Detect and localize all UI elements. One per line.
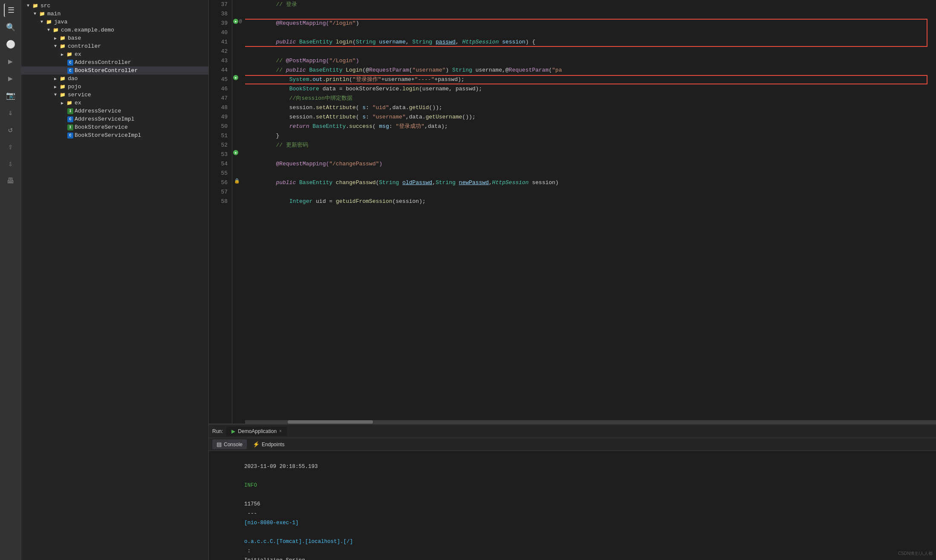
code-line-53 xyxy=(249,150,936,159)
app-tab-close[interactable]: × xyxy=(279,429,282,433)
tab-console-label: Console xyxy=(224,442,243,447)
expand-arrow-com: ▼ xyxy=(45,28,52,32)
code-line-50: return BaseEntity.success( msg: "登录成功",d… xyxy=(249,122,936,131)
folder-icon-controller: 📁 xyxy=(59,43,66,49)
tree-item-com[interactable]: ▼ 📁 com.example.demo xyxy=(21,26,208,34)
expand-arrow-service: ▼ xyxy=(52,92,59,97)
tree-label-java: java xyxy=(54,19,67,25)
tree-label-service-ex: ex xyxy=(75,100,81,106)
tree-label-bookstore-controller: BookStoreController xyxy=(75,67,138,74)
tree-label-base: base xyxy=(68,35,81,41)
tree-label-pojo: pojo xyxy=(68,84,81,90)
git-icon[interactable]: ⚪ xyxy=(4,38,17,51)
tree-item-controller[interactable]: ▼ 📁 controller xyxy=(21,42,208,50)
run-label: Run: xyxy=(212,428,223,434)
tree-label-main: main xyxy=(47,11,61,17)
folder-icon-ex: 📁 xyxy=(66,52,73,58)
code-line-55 xyxy=(249,169,936,178)
code-line-41: public BaseEntity login(String username,… xyxy=(249,38,936,47)
bookmark-down-icon[interactable]: ⇩ xyxy=(4,157,17,170)
code-line-49: session.setAttribute( s: "username",data… xyxy=(249,113,936,122)
tree-label-bookstore-service: BookStoreService xyxy=(75,124,128,130)
app-tab[interactable]: ▶ DemoApplication × xyxy=(226,427,287,436)
code-line-54: @RequestMapping("/changePasswd") xyxy=(249,159,936,169)
breakpoint-green-39: ● xyxy=(233,19,238,24)
tree-item-main[interactable]: ▼ 📁 main xyxy=(21,10,208,18)
code-line-37: // 登录 xyxy=(249,0,936,9)
history-icon[interactable]: ↺ xyxy=(4,123,17,136)
code-line-43: // @PostMapping("/Login") xyxy=(249,56,936,66)
bookmark-up-icon[interactable]: ⇧ xyxy=(4,140,17,153)
explorer-icon[interactable]: ☰ xyxy=(4,3,17,17)
tree-label-dao: dao xyxy=(68,75,78,82)
tree-item-java[interactable]: ▼ 📁 java xyxy=(21,18,208,26)
code-line-40 xyxy=(249,28,936,38)
scrollbar-thumb[interactable] xyxy=(288,420,373,424)
code-content[interactable]: // 登录 @RequestMapping("/login") public B… xyxy=(245,0,936,424)
code-line-39: @RequestMapping("/login") xyxy=(249,19,936,28)
horizontal-scrollbar[interactable] xyxy=(245,420,936,424)
search-icon[interactable]: 🔍 xyxy=(4,20,17,34)
code-line-56: public BaseEntity changePasswd(String ol… xyxy=(249,178,936,188)
folder-icon-service-ex: 📁 xyxy=(66,100,73,106)
tree-item-src[interactable]: ▼ 📁 src xyxy=(21,2,208,10)
code-line-38 xyxy=(249,9,936,19)
tab-endpoints-label: Endpoints xyxy=(262,442,284,447)
tree-item-address-controller[interactable]: C AddressController xyxy=(21,58,208,66)
tree-item-base[interactable]: ▶ 📁 base xyxy=(21,34,208,42)
code-line-51: } xyxy=(249,131,936,141)
tree-label-com: com.example.demo xyxy=(61,27,114,33)
bottom-panel: Run: ▶ DemoApplication × ▤ Console ⚡ End… xyxy=(209,424,936,560)
code-line-48: session.setAttribute( s: "uid",data.getU… xyxy=(249,103,936,113)
gutter: ● @ ● ● 🔒 xyxy=(232,0,245,424)
camera-icon[interactable]: 📷 xyxy=(4,89,17,102)
class-icon-bookstore-controller: C xyxy=(67,68,73,74)
tree-item-address-service-impl[interactable]: C AddressServiceImpl xyxy=(21,115,208,123)
tree-item-service[interactable]: ▼ 📁 service xyxy=(21,91,208,99)
folder-icon-pojo: 📁 xyxy=(59,84,66,90)
interface-icon-bookstore-service: I xyxy=(67,124,73,130)
file-tree: ▼ 📁 src ▼ 📁 main ▼ 📁 java ▼ 📁 com.exampl… xyxy=(21,0,209,560)
folder-icon-dao: 📁 xyxy=(59,76,66,82)
code-line-57 xyxy=(249,188,936,197)
tree-label-address-service-impl: AddressServiceImpl xyxy=(75,116,134,122)
tree-item-bookstore-service-impl[interactable]: C BookStoreServiceImpl xyxy=(21,131,208,139)
folder-icon-service: 📁 xyxy=(59,92,66,98)
gutter-at-39: @ xyxy=(239,19,242,24)
tree-item-bookstore-service[interactable]: I BookStoreService xyxy=(21,123,208,131)
tree-item-bookstore-controller[interactable]: C BookStoreController xyxy=(21,66,208,75)
print-icon[interactable]: 🖶 xyxy=(4,174,17,188)
code-line-46: BookStore data = bookStoreService.login(… xyxy=(249,84,936,94)
breakpoint-green-53: ● xyxy=(233,150,238,155)
expand-arrow-service-ex: ▶ xyxy=(59,101,66,106)
code-line-47: //向session中绑定数据 xyxy=(249,94,936,103)
download-icon[interactable]: ⇓ xyxy=(4,106,17,119)
app-tab-icon: ▶ xyxy=(231,428,235,434)
run-icon[interactable]: ▶ xyxy=(4,72,17,85)
editor-area: 37 38 39 40 41 42 43 44 45 46 47 48 49 5… xyxy=(209,0,936,560)
expand-arrow-main: ▼ xyxy=(32,12,38,16)
expand-arrow-dao: ▶ xyxy=(52,76,59,81)
debug-icon[interactable]: ▶ xyxy=(4,55,17,68)
tree-item-address-service[interactable]: I AddressService xyxy=(21,107,208,115)
console-output: 2023-11-09 20:18:55.193 INFO 11756 --- [… xyxy=(209,451,936,560)
tree-item-ex[interactable]: ▶ 📁 ex xyxy=(21,50,208,58)
tree-label-address-controller: AddressController xyxy=(75,59,131,66)
tree-item-pojo[interactable]: ▶ 📁 pojo xyxy=(21,83,208,91)
code-line-52: // 更新密码 xyxy=(249,141,936,150)
interface-icon-address-service: I xyxy=(67,108,73,114)
line-numbers: 37 38 39 40 41 42 43 44 45 46 47 48 49 5… xyxy=(209,0,232,424)
folder-icon-src: 📁 xyxy=(32,3,39,9)
panel-header: Run: ▶ DemoApplication × xyxy=(209,424,936,438)
tab-endpoints[interactable]: ⚡ Endpoints xyxy=(248,439,289,449)
tab-console[interactable]: ▤ Console xyxy=(212,439,247,449)
tree-label-address-service: AddressService xyxy=(75,108,121,114)
endpoints-icon: ⚡ xyxy=(253,441,260,447)
class-icon-address-controller: C xyxy=(67,60,73,66)
expand-arrow-controller: ▼ xyxy=(52,44,59,49)
tree-item-service-ex[interactable]: ▶ 📁 ex xyxy=(21,99,208,107)
class-icon-bookstore-service-impl: C xyxy=(67,133,73,139)
log-line-1: 2023-11-09 20:18:55.193 INFO 11756 --- [… xyxy=(212,453,933,560)
tree-item-dao[interactable]: ▶ 📁 dao xyxy=(21,75,208,83)
expand-arrow-ex: ▶ xyxy=(59,52,66,57)
